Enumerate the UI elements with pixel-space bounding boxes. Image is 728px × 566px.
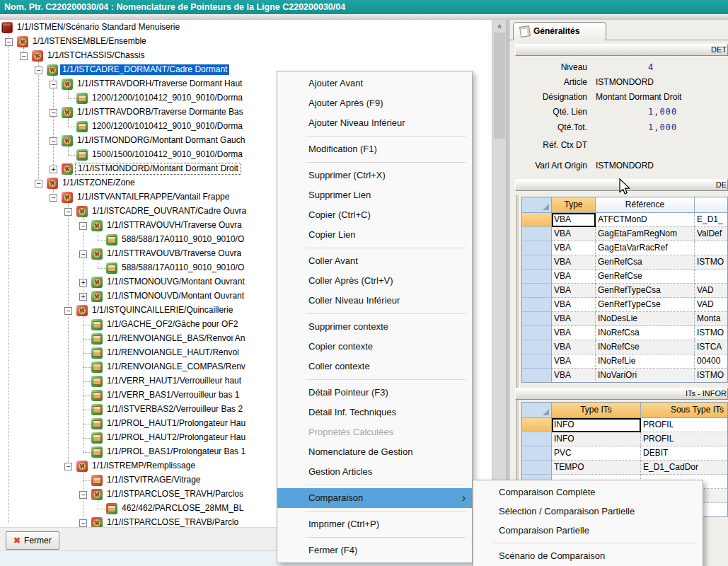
menu-item-modification-f1[interactable]: Modification (F1)	[277, 139, 472, 159]
table-cell[interactable]: GagEtaFamRegNom	[596, 227, 695, 241]
row-selector-cell[interactable]	[522, 312, 552, 326]
menu-item-d-tail-inf-techniques[interactable]: Détail Inf. Techniques	[277, 403, 472, 422]
row-selector-cell[interactable]	[522, 354, 552, 369]
tree-item-label[interactable]: 588/588/17A0110_9010_9010/O	[120, 234, 246, 245]
collapse-minus-icon[interactable]: −	[64, 307, 72, 315]
row-selector-cell[interactable]	[522, 213, 552, 227]
table-cell[interactable]	[695, 241, 728, 255]
menu-item-ajouter-apr-s-f9[interactable]: Ajouter Après (F9)	[277, 93, 472, 113]
row-selector-cell[interactable]	[522, 270, 552, 284]
table-cell[interactable]: VBA	[552, 241, 596, 255]
table-cell[interactable]: VBA	[552, 298, 596, 312]
row-selector-cell[interactable]	[522, 298, 552, 312]
table-cell[interactable]: E_D1_	[695, 213, 728, 227]
fermer-button[interactable]: ✖ Fermer	[6, 531, 59, 550]
menu-item-d-tail-pointeur-f3[interactable]: Détail Pointeur (F3)	[277, 383, 472, 403]
collapse-minus-icon[interactable]: −	[79, 222, 87, 230]
tree-item-label[interactable]: 1/1/RENVOIANGLE_COMPAS/Renv	[105, 362, 248, 372]
table-cell[interactable]: PROFIL	[641, 418, 728, 432]
table-cell[interactable]: VBA	[552, 284, 596, 298]
tree-item[interactable]: −1/1/ISTCHASSIS/Chassis	[0, 49, 492, 63]
table-cell[interactable]: INoRefCsa	[596, 326, 695, 340]
collapse-minus-icon[interactable]: −	[64, 463, 72, 470]
table-cell[interactable]: INFO	[552, 418, 641, 432]
tree-item-label[interactable]: 1/1/ISTMONOUVD/Montant Ouvrant	[105, 291, 246, 301]
table-cell[interactable]: VAD	[695, 284, 728, 298]
tree-item-label[interactable]: 1/1/ISTQUINCAILLERIE/Quincaillerie	[90, 305, 235, 316]
menu-item-fermer-f4[interactable]: Fermer (F4)	[277, 541, 472, 560]
tree-item-label[interactable]: 1/1/RENVOIANGLE_HAUT/Renvoi	[105, 347, 241, 358]
table-cell[interactable]: INoDesLie	[596, 312, 695, 326]
table-corner-cell[interactable]	[522, 403, 552, 418]
menu-item-comparaison-compl-te[interactable]: Comparaison Complète	[473, 483, 703, 502]
tree-item-label[interactable]: 1200/1200/1010412_9010_9010/Dorma	[90, 121, 245, 132]
collapse-minus-icon[interactable]: −	[50, 109, 57, 117]
collapse-minus-icon[interactable]: −	[79, 519, 87, 527]
menu-item-supprimer-ctrl-x[interactable]: Supprimer (Ctrl+X)	[277, 166, 472, 185]
row-selector-cell[interactable]	[522, 241, 552, 255]
tree-item-label[interactable]: 1/1/ISTTRAVOUVB/Traverse Ouvra	[105, 248, 243, 259]
tree-item-label[interactable]: 462/462/PARCLOSE_28MM_BL	[120, 503, 246, 514]
tree-item[interactable]: 1/1/ISTMEN/Scénario Standard Menuiserie	[0, 21, 492, 35]
tree-item-label[interactable]: 1/1/ISTCHASSIS/Chassis	[45, 50, 146, 61]
menu-item-supprimer-lien[interactable]: Supprimer Lien	[277, 185, 472, 205]
tree-item-label[interactable]: 1/1/ISTCADRE_DORMANT/Cadre Dormant	[60, 64, 229, 75]
tree-item-label[interactable]: 1/1/PROL_HAUT1/Prolongateur Hau	[105, 418, 248, 429]
row-selector-cell[interactable]	[522, 446, 552, 461]
menu-item-supprimer-contexte[interactable]: Supprimer contexte	[277, 317, 472, 337]
menu-item-sc-nario-de-comparaison[interactable]: Scénario de Comparaison	[473, 546, 703, 565]
menu-item-coller-avant[interactable]: Coller Avant	[277, 251, 472, 271]
table-cell[interactable]: VBA	[552, 354, 596, 369]
table-cell[interactable]: GenRefTypeCse	[596, 298, 695, 312]
menu-item-ajouter-niveau-inf-rieur[interactable]: Ajouter Niveau Inférieur	[277, 113, 472, 133]
table-cell[interactable]: VAD	[695, 298, 728, 312]
column-header-type[interactable]: Type	[552, 197, 596, 213]
tree-item-label[interactable]: 588/588/17A0110_9010_9010/O	[120, 262, 246, 273]
tree-item-label[interactable]: 1/1/ISTENSEMBLE/Ensemble	[30, 36, 149, 47]
expand-plus-icon[interactable]: +	[50, 166, 57, 173]
tree-item-label[interactable]: 1/1/ISTVANTAILFRAPPE/Vantail Frappe	[75, 192, 231, 202]
scroll-up-icon[interactable]: ∧	[492, 21, 507, 32]
table-cell[interactable]: ISTCA	[695, 340, 728, 354]
table-cell[interactable]: TEMPO	[552, 461, 641, 475]
row-selector-cell[interactable]	[522, 255, 552, 270]
tree-item-label[interactable]: 1/1/ISTMONOUVG/Montant Ouvrant	[105, 277, 247, 287]
collapse-minus-icon[interactable]: −	[79, 491, 87, 499]
menu-item-s-lection-comparaison-partielle[interactable]: Sélection / Comparaison Partielle	[473, 502, 703, 521]
table-cell[interactable]: VBA	[552, 270, 596, 284]
table-cell[interactable]: ValDef	[695, 227, 728, 241]
table-cell[interactable]: VBA	[552, 340, 596, 354]
menu-item-coller-niveau-inf-rieur[interactable]: Coller Niveau Inférieur	[277, 291, 472, 311]
row-selector-cell[interactable]	[522, 340, 552, 354]
table-cell[interactable]: Monta	[695, 312, 728, 326]
row-selector-cell[interactable]	[522, 284, 552, 298]
menu-item-copier-lien[interactable]: Copier Lien	[277, 225, 472, 245]
tree-item-label[interactable]: 1/1/ISTMONDORD/Montant Dormant Droit	[75, 163, 241, 175]
tree-item-label[interactable]: 1/1/ISTTRAVOUVH/Traverse Ouvra	[105, 220, 244, 231]
menu-item-coller-apr-s-ctrl-v[interactable]: Coller Après (Ctrl+V)	[277, 271, 472, 291]
menu-item-gestion-articles[interactable]: Gestion Articles	[277, 462, 472, 482]
menu-item-comparaison-partielle[interactable]: Comparaison Partielle	[473, 521, 703, 540]
menu-item-coller-contexte[interactable]: Coller contexte	[277, 357, 472, 376]
table-cell[interactable]: ISTMO	[695, 255, 728, 270]
table-cell[interactable]: VBA	[552, 227, 596, 241]
collapse-minus-icon[interactable]: −	[79, 250, 87, 258]
row-selector-cell[interactable]	[522, 227, 552, 241]
row-selector-cell[interactable]	[522, 418, 552, 432]
table-cell[interactable]: INoRefCse	[596, 340, 695, 354]
collapse-minus-icon[interactable]: −	[50, 81, 57, 88]
table-cell[interactable]: VBA	[552, 255, 596, 270]
row-selector-cell[interactable]	[522, 369, 552, 383]
row-selector-cell[interactable]	[522, 461, 552, 475]
tree-item-label[interactable]: 1/1/ISTVITRAGE/Vitrage	[105, 475, 203, 485]
table-cell[interactable]: PVC	[552, 446, 641, 461]
menu-item-copier-ctrl-c[interactable]: Copier (Ctrl+C)	[277, 205, 472, 225]
table-cell[interactable]: ATFCTMonD	[596, 213, 695, 227]
table-cell[interactable]: VBA	[552, 312, 596, 326]
table-cell[interactable]: VBA	[552, 369, 596, 383]
tree-item-label[interactable]: 1/1/ISTCADRE_OUVRANT/Cadre Ouvra	[90, 206, 248, 216]
menu-item-nomenclature-de-gestion[interactable]: Nomenclature de Gestion	[277, 442, 472, 462]
row-selector-cell[interactable]	[522, 432, 552, 446]
table-cell[interactable]: INoVariOri	[596, 369, 695, 383]
collapse-minus-icon[interactable]: −	[64, 208, 72, 216]
